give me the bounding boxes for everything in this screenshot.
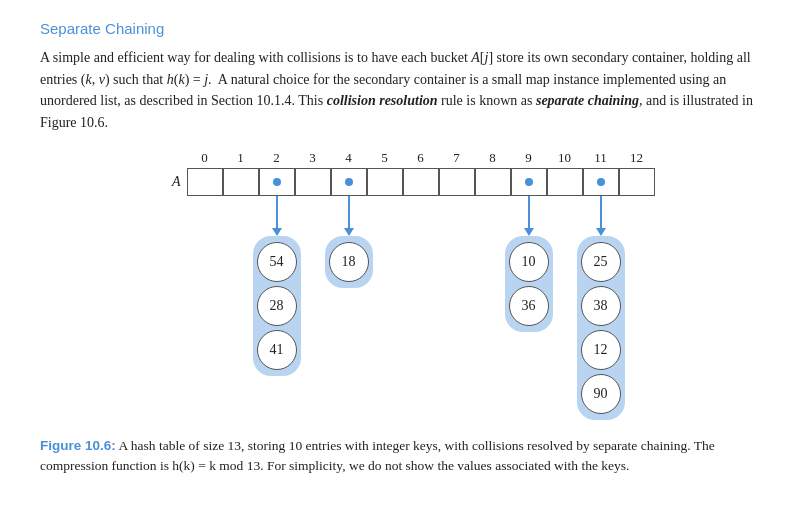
arrow-2	[259, 196, 295, 236]
arrow-line-11	[600, 196, 602, 228]
index-8: 8	[475, 150, 511, 166]
arrow-line-9	[528, 196, 530, 228]
dot-11	[597, 178, 605, 186]
chain-4: 18	[331, 236, 367, 288]
arrow-line-4	[348, 196, 350, 228]
arrow-11	[583, 196, 619, 236]
arrow-head-9	[524, 228, 534, 236]
array-label: A	[151, 174, 181, 190]
cell-7	[439, 168, 475, 196]
arrows-row	[187, 196, 655, 236]
cell-12	[619, 168, 655, 196]
chains-row: 54 28 41 18 10 36 25 38 12	[187, 236, 655, 420]
index-9: 9	[511, 150, 547, 166]
cell-9	[511, 168, 547, 196]
index-4: 4	[331, 150, 367, 166]
chain-node-2-1: 28	[257, 286, 297, 326]
index-2: 2	[259, 150, 295, 166]
figure-caption: Figure 10.6: A hash table of size 13, st…	[40, 436, 765, 477]
chain-node-11-0: 25	[581, 242, 621, 282]
diagram: 0 1 2 3 4 5 6 7 8 9 10 11 12 A	[40, 150, 765, 420]
arrow-down-4	[344, 196, 354, 236]
arrow-down-9	[524, 196, 534, 236]
dot-9	[525, 178, 533, 186]
arrow-head-4	[344, 228, 354, 236]
chain-node-11-2: 12	[581, 330, 621, 370]
index-7: 7	[439, 150, 475, 166]
arrow-down-2	[272, 196, 282, 236]
cell-6	[403, 168, 439, 196]
chain-container-2: 54 28 41	[253, 236, 301, 376]
cell-2	[259, 168, 295, 196]
caption-text: A hash table of size 13, storing 10 entr…	[40, 438, 715, 473]
index-5: 5	[367, 150, 403, 166]
array-row: A	[151, 168, 655, 196]
chain-node-11-3: 90	[581, 374, 621, 414]
index-10: 10	[547, 150, 583, 166]
arrow-9	[511, 196, 547, 236]
chain-node-2-0: 54	[257, 242, 297, 282]
chain-node-2-2: 41	[257, 330, 297, 370]
index-row: 0 1 2 3 4 5 6 7 8 9 10 11 12	[187, 150, 655, 166]
index-12: 12	[619, 150, 655, 166]
chain-node-9-1: 36	[509, 286, 549, 326]
index-11: 11	[583, 150, 619, 166]
cell-1	[223, 168, 259, 196]
cell-8	[475, 168, 511, 196]
cell-0	[187, 168, 223, 196]
arrow-head-11	[596, 228, 606, 236]
cell-5	[367, 168, 403, 196]
arrow-line-2	[276, 196, 278, 228]
arrow-down-11	[596, 196, 606, 236]
chain-node-9-0: 10	[509, 242, 549, 282]
cell-3	[295, 168, 331, 196]
cell-11	[583, 168, 619, 196]
arrow-4	[331, 196, 367, 236]
caption-label: Figure 10.6:	[40, 438, 116, 453]
chain-node-11-1: 38	[581, 286, 621, 326]
chain-9: 10 36	[511, 236, 547, 332]
arrow-head-2	[272, 228, 282, 236]
title: Separate Chaining	[40, 20, 765, 37]
index-3: 3	[295, 150, 331, 166]
index-0: 0	[187, 150, 223, 166]
chain-container-9: 10 36	[505, 236, 553, 332]
index-6: 6	[403, 150, 439, 166]
chain-11: 25 38 12 90	[583, 236, 619, 420]
dot-4	[345, 178, 353, 186]
index-1: 1	[223, 150, 259, 166]
cell-4	[331, 168, 367, 196]
chain-container-11: 25 38 12 90	[577, 236, 625, 420]
dot-2	[273, 178, 281, 186]
chain-node-4-0: 18	[329, 242, 369, 282]
chain-2: 54 28 41	[259, 236, 295, 376]
cell-10	[547, 168, 583, 196]
body-text: A simple and efficient way for dealing w…	[40, 47, 765, 134]
chain-container-4: 18	[325, 236, 373, 288]
